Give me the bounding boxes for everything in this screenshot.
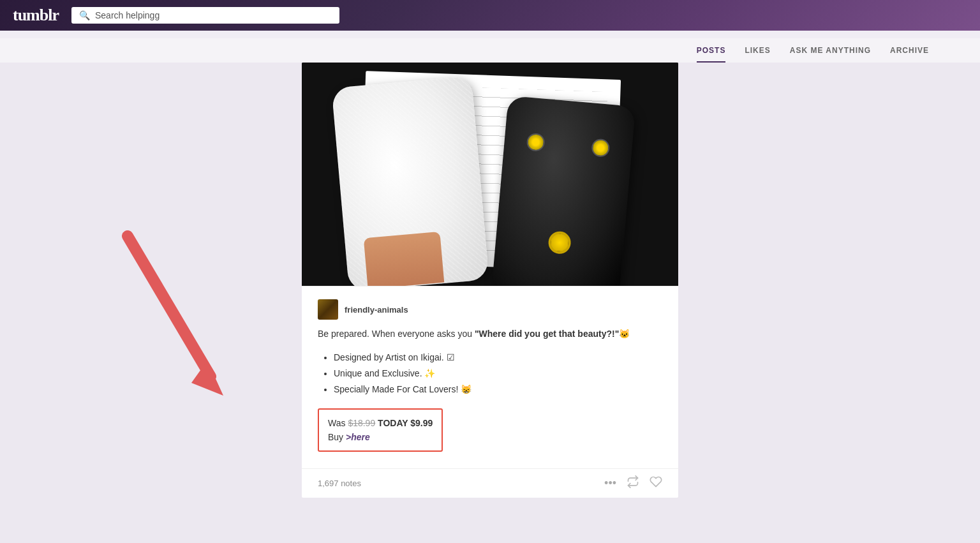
avatar <box>318 299 338 320</box>
new-price: $9.99 <box>410 418 433 428</box>
promo-box: Was $18.99 TODAY $9.99 Buy >here <box>318 408 443 452</box>
notes-count: 1,697 notes <box>318 479 361 488</box>
post-text: Be prepared. When everyone asks you "Whe… <box>318 327 662 341</box>
cat-eye-left <box>526 133 546 152</box>
page-wrapper: tumblr 🔍 POSTS LIKES ASK ME ANYTHING ARC… <box>0 0 980 543</box>
today-label: TODAY <box>375 418 410 428</box>
cat-eye-right <box>591 138 610 158</box>
nav-tab-archive[interactable]: ARCHIVE <box>890 46 929 63</box>
nav-tab-ask[interactable]: ASK ME ANYTHING <box>790 46 871 63</box>
list-item: Specially Made For Cat Lovers! 😸 <box>334 382 662 398</box>
buy-link[interactable]: >here <box>346 432 370 442</box>
svg-line-0 <box>128 236 211 376</box>
blog-nav: POSTS LIKES ASK ME ANYTHING ARCHIVE <box>0 38 980 63</box>
promo-buy-text: Buy >here <box>328 430 433 444</box>
reblog-username[interactable]: friendly-animals <box>345 305 408 315</box>
search-icon: 🔍 <box>79 10 90 20</box>
old-price: $18.99 <box>348 418 375 428</box>
more-icon[interactable]: ••• <box>604 477 616 490</box>
list-item: Designed by Artist on Ikigai. ☑ <box>334 350 662 366</box>
main-content: friendly-animals Be prepared. When every… <box>0 63 980 543</box>
nav-tab-posts[interactable]: POSTS <box>697 46 726 63</box>
post-footer: 1,697 notes ••• <box>302 468 678 498</box>
list-item: Unique and Exclusive. ✨ <box>334 366 662 382</box>
post-image-inner <box>302 63 678 286</box>
phone-black <box>491 96 635 286</box>
blog-nav-container: POSTS LIKES ASK ME ANYTHING ARCHIVE <box>0 31 980 63</box>
post-emoji: 🐱 <box>619 329 630 339</box>
post-card: friendly-animals Be prepared. When every… <box>302 63 678 498</box>
heart-icon[interactable] <box>650 475 662 491</box>
post-list: Designed by Artist on Ikigai. ☑ Unique a… <box>318 350 662 398</box>
post-image <box>302 63 678 286</box>
svg-marker-1 <box>191 361 223 396</box>
gold-ring <box>547 230 572 255</box>
post-text-before: Be prepared. When everyone asks you <box>318 329 475 339</box>
red-arrow-svg <box>108 217 262 421</box>
reblog-icon[interactable] <box>627 475 639 491</box>
post-body: friendly-animals Be prepared. When every… <box>302 286 678 468</box>
hand <box>364 232 445 286</box>
reblog-info: friendly-animals <box>318 299 662 320</box>
nav-tab-likes[interactable]: LIKES <box>745 46 770 63</box>
was-label: Was <box>328 418 348 428</box>
post-text-bold: "Where did you get that beauty?!" <box>475 329 619 339</box>
navbar: tumblr 🔍 <box>0 0 980 31</box>
promo-text: Was $18.99 TODAY $9.99 <box>328 416 433 430</box>
logo[interactable]: tumblr <box>13 6 59 25</box>
buy-label: Buy <box>328 432 346 442</box>
search-bar[interactable]: 🔍 <box>71 7 339 24</box>
search-input[interactable] <box>95 10 332 20</box>
avatar-img <box>318 299 338 320</box>
red-arrow-container <box>108 217 262 424</box>
post-actions: ••• <box>604 475 662 491</box>
